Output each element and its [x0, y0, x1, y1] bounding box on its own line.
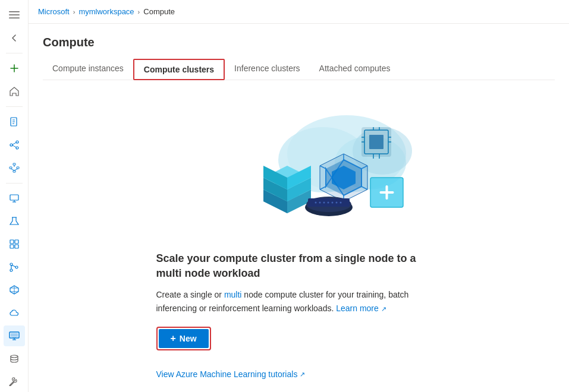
svg-rect-24 [15, 240, 18, 244]
sidebar-divider-3 [6, 183, 23, 184]
compute-illustration [186, 106, 412, 237]
svg-rect-1 [9, 15, 20, 16]
svg-rect-0 [9, 11, 20, 12]
svg-rect-26 [15, 245, 18, 248]
sidebar-icon-grid[interactable] [4, 234, 25, 255]
body-content: Scale your compute cluster from a single… [43, 94, 555, 379]
new-button-plus-icon: + [171, 334, 176, 343]
svg-point-29 [15, 266, 18, 268]
svg-rect-25 [10, 245, 14, 248]
svg-rect-15 [13, 170, 15, 172]
sidebar-icon-menu[interactable] [4, 5, 25, 26]
tabs-bar: Compute instances Compute clusters Infer… [43, 59, 555, 80]
svg-line-11 [12, 146, 16, 148]
new-button-wrapper: + New [156, 327, 211, 350]
desc-link-multi[interactable]: multi [224, 290, 242, 299]
description: Create a single or multi node compute cl… [156, 288, 442, 315]
content-area: Compute Compute instances Compute cluste… [29, 24, 569, 392]
sidebar-icon-back[interactable] [4, 28, 25, 49]
desc-link-learnmore[interactable]: Learn more ↗ [336, 304, 386, 313]
text-section: Scale your compute cluster from a single… [156, 251, 442, 379]
svg-point-78 [327, 202, 329, 204]
sidebar-icon-home[interactable] [4, 81, 25, 102]
svg-point-79 [331, 202, 333, 204]
svg-point-76 [319, 202, 320, 204]
sidebar-icon-monitor[interactable] [4, 188, 25, 209]
svg-point-77 [323, 202, 325, 204]
sidebar-divider-2 [6, 106, 23, 107]
svg-rect-23 [10, 240, 14, 244]
svg-line-10 [12, 143, 16, 145]
sidebar-icon-cube[interactable] [4, 280, 25, 301]
main-content: Microsoft › mymlworkspace › Compute Comp… [29, 0, 569, 392]
tutorial-link-external-icon: ↗ [300, 371, 305, 378]
svg-rect-43 [369, 135, 383, 149]
sidebar-icon-documents[interactable] [4, 112, 25, 132]
sidebar-icon-add[interactable] [4, 58, 25, 79]
breadcrumb-current: Compute [143, 7, 175, 16]
sidebar-divider-1 [6, 53, 23, 53]
svg-rect-2 [9, 18, 20, 19]
svg-point-75 [315, 202, 316, 204]
headline: Scale your compute cluster from a single… [156, 251, 442, 281]
svg-point-9 [16, 147, 18, 149]
svg-rect-32 [11, 333, 18, 337]
tutorial-link[interactable]: View Azure Machine Learning tutorials ↗ [156, 369, 442, 379]
sidebar-icon-database[interactable] [4, 349, 25, 369]
sidebar-icon-branch[interactable] [4, 257, 25, 277]
tab-compute-instances[interactable]: Compute instances [43, 59, 133, 80]
new-button-container: + New [156, 327, 442, 360]
svg-point-27 [10, 263, 12, 265]
page-title: Compute [43, 36, 555, 49]
sidebar-icon-hierarchy[interactable] [4, 157, 25, 178]
svg-line-17 [11, 169, 14, 170]
sidebar [0, 0, 29, 392]
svg-rect-14 [17, 167, 19, 169]
svg-point-28 [10, 269, 12, 271]
svg-line-18 [14, 169, 18, 170]
sidebar-icon-compute[interactable] [4, 325, 25, 346]
svg-point-7 [10, 144, 12, 146]
sidebar-icon-tool[interactable] [4, 371, 25, 392]
topbar: Microsoft › mymlworkspace › Compute [29, 0, 569, 24]
breadcrumb-sep-2: › [138, 8, 140, 15]
svg-point-36 [11, 355, 18, 358]
svg-rect-19 [10, 195, 18, 200]
new-button-label: New [180, 334, 197, 343]
tab-inference-clusters[interactable]: Inference clusters [225, 59, 310, 80]
breadcrumb-workspace[interactable]: mymlworkspace [78, 7, 134, 16]
svg-point-81 [339, 202, 341, 204]
sidebar-icon-flask[interactable] [4, 211, 25, 232]
breadcrumb-sep-1: › [73, 8, 76, 15]
sidebar-icon-pipeline[interactable] [4, 135, 25, 156]
svg-point-80 [335, 202, 337, 204]
tutorial-link-text: View Azure Machine Learning tutorials [156, 369, 298, 379]
svg-point-8 [16, 141, 18, 143]
breadcrumb-microsoft[interactable]: Microsoft [38, 7, 70, 16]
tab-compute-clusters[interactable]: Compute clusters [133, 59, 225, 80]
tab-attached-computes[interactable]: Attached computes [310, 59, 400, 80]
svg-rect-12 [13, 163, 15, 165]
svg-rect-13 [10, 167, 12, 169]
desc-text-before: Create a single or [156, 290, 224, 299]
new-button[interactable]: + New [159, 329, 209, 348]
sidebar-icon-cloud-storage[interactable] [4, 303, 25, 324]
